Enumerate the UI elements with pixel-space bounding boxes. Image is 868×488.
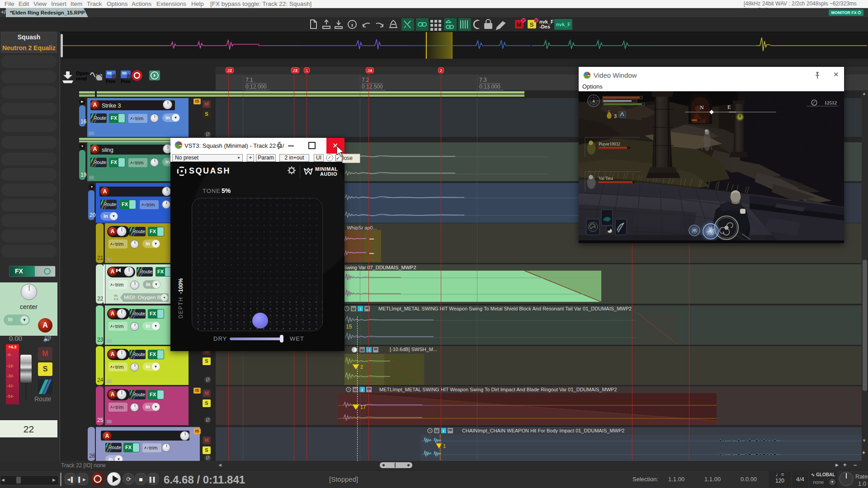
svg-text:4: 4 bbox=[592, 99, 594, 103]
svg-text:Val Tera: Val Tera bbox=[599, 176, 613, 181]
svg-text:S: S bbox=[530, 21, 534, 28]
svg-text:Open: Open bbox=[76, 70, 89, 76]
svg-text:M: M bbox=[435, 429, 439, 433]
svg-text:1: 1 bbox=[443, 443, 446, 449]
svg-text:Player10032: Player10032 bbox=[599, 142, 620, 146]
svg-text:i: i bbox=[362, 388, 363, 392]
svg-text:15: 15 bbox=[346, 324, 352, 330]
svg-text:M: M bbox=[354, 388, 357, 392]
svg-text:rend: rend bbox=[76, 76, 87, 81]
svg-text:12512: 12512 bbox=[825, 100, 837, 105]
svg-text:E: E bbox=[727, 104, 731, 110]
svg-text:N: N bbox=[700, 104, 704, 111]
svg-text:nvk_F: nvk_F bbox=[556, 22, 571, 27]
svg-text:-Des: -Des bbox=[539, 24, 550, 29]
svg-text:3: 3 bbox=[614, 113, 617, 119]
svg-text:M: M bbox=[517, 21, 522, 28]
svg-text:Prev: Prev bbox=[106, 79, 116, 84]
svg-text:i: i bbox=[443, 429, 444, 433]
svg-text:M: M bbox=[360, 348, 364, 352]
svg-text:M: M bbox=[352, 307, 355, 311]
svg-text:Prev: Prev bbox=[121, 79, 131, 84]
svg-text:17: 17 bbox=[360, 404, 366, 410]
svg-text:2: 2 bbox=[360, 364, 363, 370]
